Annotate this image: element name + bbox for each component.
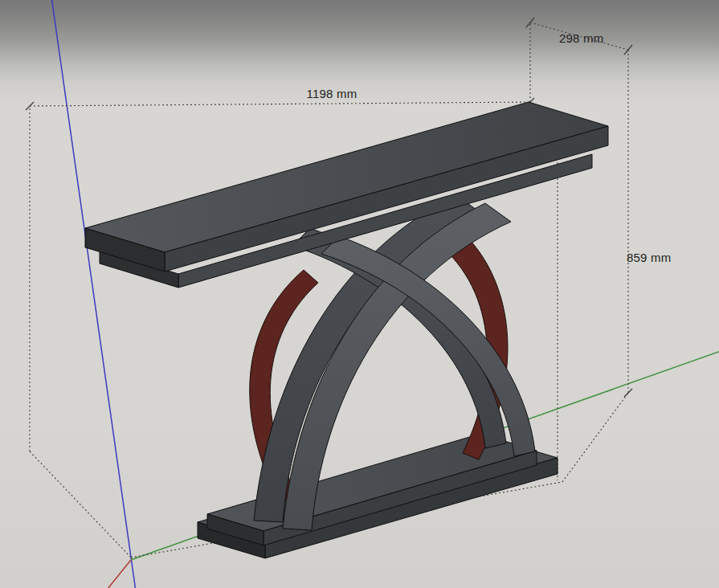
guide-bottom-right-depth: [562, 393, 628, 482]
model-console-table[interactable]: [85, 102, 608, 558]
modeling-viewport[interactable]: 1198 mm 298 mm 859 mm: [0, 0, 719, 588]
dimension-tick: [624, 389, 632, 397]
dimension-tick: [624, 45, 632, 55]
dimension-tick: [526, 18, 534, 27]
axis-red-line: [108, 560, 131, 588]
dimension-label-height[interactable]: 859 mm: [627, 251, 671, 264]
guide-left-bottom-depth: [30, 451, 131, 557]
dimension-line-width: [30, 102, 530, 106]
axis-blue-line: [51, 0, 136, 588]
dimension-label-width[interactable]: 1198 mm: [284, 87, 380, 100]
dimension-label-depth[interactable]: 298 mm: [559, 31, 603, 45]
